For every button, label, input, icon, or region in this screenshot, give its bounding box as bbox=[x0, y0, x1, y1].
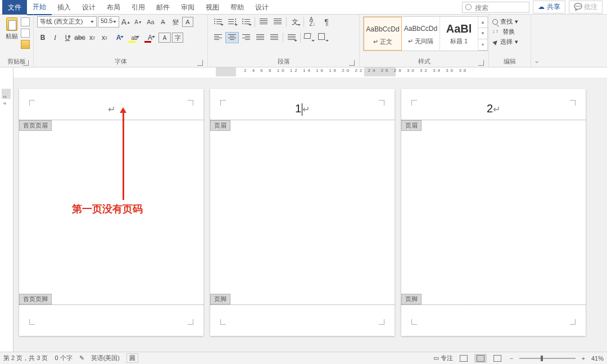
tab-home[interactable]: 开始 bbox=[27, 0, 52, 15]
superscript-button[interactable]: x2 bbox=[99, 32, 110, 43]
copy-button[interactable] bbox=[21, 29, 30, 38]
strikethrough-button[interactable]: abc bbox=[74, 32, 85, 43]
format-painter-button[interactable] bbox=[21, 40, 30, 49]
focus-mode-button[interactable]: ▭ 专注 bbox=[433, 354, 453, 362]
tab-review[interactable]: 审阅 bbox=[175, 0, 200, 15]
line-spacing-button[interactable] bbox=[285, 32, 298, 43]
status-ime[interactable]: 圓 bbox=[126, 353, 138, 363]
align-right-button[interactable] bbox=[239, 32, 253, 43]
group-paragraph: 文 AZ↓ ¶ 段落 bbox=[208, 15, 360, 67]
style-normal[interactable]: AaBbCcDd ↵ 正文 bbox=[364, 17, 402, 51]
bullets-button[interactable] bbox=[211, 16, 225, 28]
style-normal-preview: AaBbCcDd bbox=[364, 21, 401, 38]
zoom-slider[interactable] bbox=[519, 358, 576, 359]
view-read-button[interactable] bbox=[457, 354, 470, 363]
underline-button[interactable]: U bbox=[62, 32, 73, 43]
group-label-styles: 样式 bbox=[363, 57, 485, 67]
style-heading1-name: 标题 1 bbox=[440, 37, 478, 46]
zoom-out-button[interactable]: − bbox=[508, 355, 515, 362]
page-2-header-label: 页眉 bbox=[210, 120, 230, 131]
tab-file[interactable]: 文件 bbox=[2, 0, 27, 15]
comment-button[interactable]: 💬 批注 bbox=[569, 1, 603, 13]
sort-button[interactable]: AZ↓ bbox=[306, 16, 319, 28]
page-2-footer[interactable]: 页脚 bbox=[210, 304, 395, 336]
tab-layout[interactable]: 布局 bbox=[101, 0, 126, 15]
status-language[interactable]: 英语(美国) bbox=[91, 354, 120, 362]
style-nospacing[interactable]: AaBbCcDd ↵ 无间隔 bbox=[402, 17, 440, 51]
clear-formatting-button[interactable]: A̶ bbox=[157, 16, 169, 28]
search-input[interactable]: 搜索 bbox=[462, 2, 529, 13]
italic-button[interactable]: I bbox=[49, 32, 61, 43]
comment-label: 批注 bbox=[584, 3, 597, 11]
character-border-button[interactable]: A bbox=[182, 17, 193, 27]
ruler-horizontal[interactable]: 2 4 6 8 10 12 14 16 18 20 22 24 26 28 30… bbox=[0, 67, 607, 78]
tab-view[interactable]: 视图 bbox=[200, 0, 225, 15]
zoom-in-button[interactable]: + bbox=[580, 355, 587, 362]
paragraph-mark-icon: ↵ bbox=[108, 104, 115, 114]
change-case-button[interactable]: Aa bbox=[145, 16, 156, 28]
status-words[interactable]: 0 个字 bbox=[55, 354, 72, 362]
highlight-button[interactable]: ab bbox=[127, 32, 142, 43]
asian-layout-button[interactable]: 文 bbox=[288, 16, 302, 28]
page-3-footer[interactable]: 页脚 bbox=[401, 304, 586, 336]
view-print-button[interactable] bbox=[474, 354, 487, 363]
shading-button[interactable] bbox=[302, 32, 316, 43]
phonetic-guide-button[interactable]: 變 bbox=[170, 16, 181, 28]
page-2[interactable]: 1↵ 页眉 页脚 bbox=[210, 89, 395, 336]
increase-indent-button[interactable] bbox=[271, 16, 284, 28]
clipboard-launcher[interactable] bbox=[23, 60, 29, 66]
numbering-button[interactable] bbox=[225, 16, 239, 28]
tab-references[interactable]: 引用 bbox=[126, 0, 151, 15]
tab-header-tools-design[interactable]: 设计 bbox=[250, 0, 274, 15]
show-paragraph-marks-button[interactable]: ¶ bbox=[320, 16, 333, 28]
shrink-font-button[interactable]: A▼ bbox=[133, 16, 144, 28]
collapse-ribbon-button[interactable]: ⌄ bbox=[531, 15, 542, 67]
font-color-button[interactable]: A bbox=[143, 32, 157, 43]
share-button[interactable]: ☁ 共享 bbox=[533, 1, 565, 13]
font-size-selector[interactable]: 50.5 bbox=[98, 16, 119, 28]
status-spellcheck[interactable]: ✎ bbox=[79, 354, 84, 362]
styles-scroll[interactable]: ▲▼▾ bbox=[478, 17, 487, 51]
font-name-selector[interactable]: 等线 (西文正文) bbox=[37, 16, 97, 28]
page-1-footer-label: 首页页脚 bbox=[19, 294, 52, 304]
align-justify-button[interactable] bbox=[253, 32, 267, 43]
style-heading1[interactable]: AaBl 标题 1 bbox=[440, 17, 478, 51]
align-left-button[interactable] bbox=[211, 32, 225, 43]
borders-button[interactable] bbox=[316, 32, 330, 43]
text-effects-button[interactable]: A bbox=[111, 32, 126, 43]
zoom-level[interactable]: 41% bbox=[591, 355, 604, 362]
select-button[interactable]: 选择 ▾ bbox=[492, 38, 518, 46]
page-2-header[interactable]: 1↵ 页眉 bbox=[210, 89, 395, 120]
grow-font-button[interactable]: A▲ bbox=[120, 16, 132, 28]
multilevel-list-button[interactable] bbox=[239, 16, 253, 28]
status-bar: 第 2 页，共 3 页 0 个字 ✎ 英语(美国) 圓 ▭ 专注 − + 41% bbox=[0, 352, 607, 364]
character-shading-button[interactable]: A bbox=[158, 33, 171, 43]
status-page[interactable]: 第 2 页，共 3 页 bbox=[3, 354, 48, 362]
tab-help[interactable]: 帮助 bbox=[225, 0, 250, 15]
align-distributed-button[interactable] bbox=[268, 32, 281, 43]
enclose-character-button[interactable]: 字 bbox=[172, 33, 183, 43]
font-launcher[interactable] bbox=[197, 60, 203, 66]
find-button[interactable]: 查找 ▾ bbox=[492, 17, 518, 26]
tab-mailings[interactable]: 邮件 bbox=[151, 0, 175, 15]
page-3[interactable]: 2↵ 页眉 页脚 bbox=[401, 89, 586, 336]
tab-design[interactable]: 设计 bbox=[76, 0, 101, 15]
annotation-text: 第一页没有页码 bbox=[72, 202, 143, 216]
tab-insert[interactable]: 插入 bbox=[52, 0, 76, 15]
view-web-button[interactable] bbox=[491, 354, 504, 363]
paragraph-launcher[interactable] bbox=[349, 60, 355, 66]
page-1-header[interactable]: ↵ 首页页眉 bbox=[19, 89, 203, 120]
subscript-button[interactable]: x2 bbox=[87, 32, 98, 43]
replace-button[interactable]: 替换 bbox=[492, 28, 515, 36]
page-3-header[interactable]: 2↵ 页眉 bbox=[401, 89, 586, 120]
cut-button[interactable] bbox=[21, 17, 30, 26]
bold-button[interactable]: B bbox=[37, 32, 48, 43]
align-center-button[interactable] bbox=[225, 32, 239, 43]
decrease-indent-button[interactable] bbox=[257, 16, 270, 28]
styles-launcher[interactable] bbox=[478, 60, 484, 66]
style-nospacing-preview: AaBbCcDd bbox=[402, 20, 440, 37]
page-1-footer[interactable]: 首页页脚 bbox=[19, 304, 203, 336]
paste-button[interactable]: 粘贴 bbox=[3, 16, 20, 40]
style-heading1-preview: AaBl bbox=[440, 20, 478, 37]
ruler-vertical[interactable]: 24 bbox=[0, 78, 13, 352]
